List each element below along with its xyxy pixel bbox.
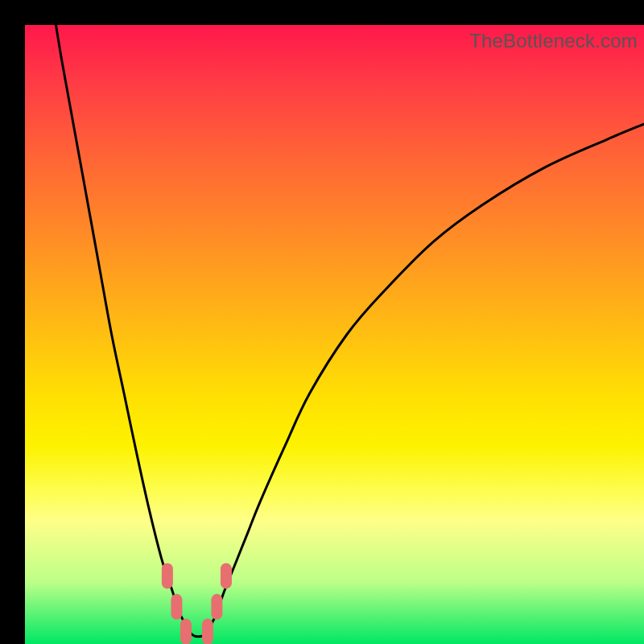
- plot-area: TheBottleneck.com: [25, 25, 644, 644]
- trough-marker-4: [211, 594, 222, 620]
- trough-marker-5: [221, 563, 232, 588]
- chart-stage: TheBottleneck.com: [0, 0, 644, 644]
- trough-marker-0: [162, 563, 173, 588]
- trough-marker-1: [171, 594, 182, 620]
- trough-marker-3: [202, 619, 213, 644]
- curve-overlay: [25, 25, 644, 644]
- curve-right-branch: [211, 124, 644, 625]
- trough-marker-2: [180, 619, 192, 644]
- curve-left-branch: [56, 25, 185, 625]
